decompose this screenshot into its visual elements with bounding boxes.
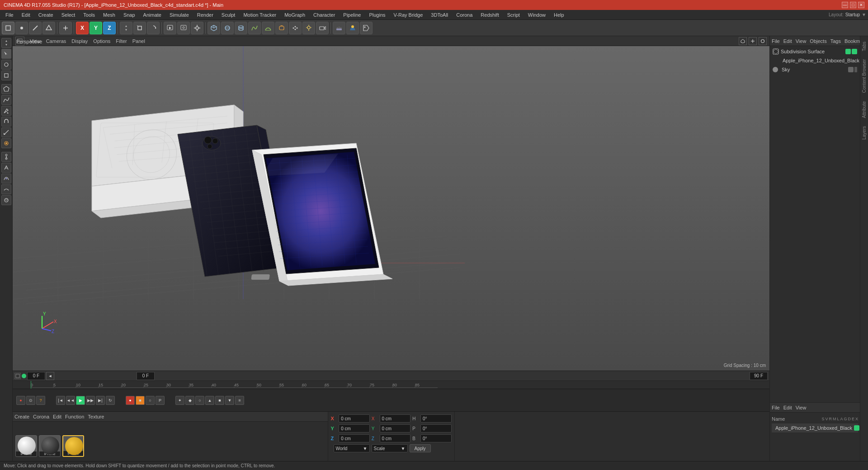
obj-menu-tags[interactable]: Tags — [830, 38, 841, 44]
menu-window[interactable]: Window — [524, 11, 549, 19]
toolbar-scale[interactable] — [133, 22, 146, 34]
obj-menu-file[interactable]: File — [772, 38, 780, 44]
end-frame-display[interactable]: 90 F — [750, 372, 768, 380]
vp-menu-filter[interactable]: Filter — [116, 38, 127, 44]
toolbar-deformer[interactable] — [275, 22, 288, 34]
vp-control-move[interactable] — [749, 37, 757, 45]
coord-system-dropdown[interactable]: World ▼ — [334, 444, 370, 452]
transport-key3[interactable]: ○ — [195, 396, 204, 405]
transport-key4[interactable]: ▲ — [205, 396, 214, 405]
toolbar-edge-mode[interactable] — [29, 22, 42, 34]
current-frame-input[interactable]: 0 F — [27, 372, 45, 380]
menu-select[interactable]: Select — [58, 11, 79, 19]
menu-character[interactable]: Character — [310, 11, 339, 19]
tab-content-browser[interactable]: Content Browser — [861, 56, 868, 96]
toolbar-floor[interactable] — [333, 22, 345, 34]
coord-y-pos[interactable]: 0 cm — [339, 424, 370, 432]
material-iphone-yellow[interactable]: iPhone — [62, 435, 84, 457]
tab-layers[interactable]: Layers — [861, 122, 868, 143]
menu-animate[interactable]: Animate — [140, 11, 165, 19]
toolbar-y-axis[interactable]: Y — [90, 22, 102, 34]
tool-ik[interactable] — [1, 163, 11, 173]
toolbar-polygon-mode[interactable] — [42, 22, 55, 34]
transport-key6[interactable]: ▼ — [225, 396, 234, 405]
mat-menu-edit[interactable]: Edit — [53, 414, 61, 419]
menu-motion-tracker[interactable]: Motion Tracker — [240, 11, 280, 19]
obj-sky-dots[interactable] — [854, 67, 857, 72]
menu-edit[interactable]: Edit — [18, 11, 34, 19]
coord-p-val[interactable]: 0° — [420, 424, 452, 432]
layout-dropdown[interactable]: ▼ — [862, 12, 866, 17]
obj-menu-bookmarks[interactable]: Bookmarks — [844, 38, 860, 44]
toolbar-x-axis[interactable]: X — [76, 22, 89, 34]
tab-attribute[interactable]: Attribute — [861, 98, 868, 122]
tool-magnet[interactable] — [1, 117, 11, 127]
obj-sky-visible[interactable] — [848, 67, 854, 72]
menu-sculpt[interactable]: Sculpt — [218, 11, 239, 19]
coord-x-size[interactable]: 0 cm — [380, 414, 411, 423]
toolbar-point-mode[interactable] — [15, 22, 28, 34]
transport-play[interactable]: ▶ — [76, 396, 85, 405]
toolbar-render-settings[interactable] — [191, 22, 203, 34]
coord-h-val[interactable]: 0° — [420, 414, 452, 423]
tool-spline[interactable] — [1, 95, 11, 105]
scene-viewport[interactable]: X Y Z — [13, 46, 769, 371]
transport-loop[interactable]: ↻ — [106, 396, 115, 405]
tool-ironfalloff[interactable] — [1, 138, 11, 148]
menu-vray[interactable]: V-Ray Bridge — [390, 11, 427, 19]
transport-record[interactable]: ● — [16, 396, 25, 405]
attr-menu-view[interactable]: View — [796, 405, 807, 410]
coord-scale-dropdown[interactable]: Scale ▼ — [372, 444, 408, 452]
vp-menu-display[interactable]: Display — [71, 38, 88, 44]
transport-key2[interactable]: ◆ — [185, 396, 194, 405]
vp-menu-cameras[interactable]: Cameras — [46, 38, 66, 44]
menu-script[interactable]: Script — [504, 11, 524, 19]
toolbar-spline[interactable] — [248, 22, 261, 34]
tab-tabs[interactable]: Tabs — [861, 38, 868, 55]
obj-subdivision-surface[interactable]: Subdivision Surface — [771, 47, 859, 56]
toolbar-sphere[interactable] — [221, 22, 234, 34]
tool-joint[interactable] — [1, 152, 11, 162]
menu-mesh[interactable]: Mesh — [99, 11, 119, 19]
toolbar-render-to-picture[interactable] — [177, 22, 190, 34]
menu-create[interactable]: Create — [35, 11, 57, 19]
tool-move[interactable] — [1, 38, 11, 48]
toolbar-cube[interactable] — [208, 22, 220, 34]
obj-subdiv-render[interactable] — [852, 49, 857, 54]
transport-prev-frame[interactable]: ◄◄ — [66, 396, 75, 405]
menu-file[interactable]: File — [2, 11, 17, 19]
menu-pipeline[interactable]: Pipeline — [340, 11, 364, 19]
tool-sculpt-inflate[interactable] — [1, 195, 11, 205]
menu-plugins[interactable]: Plugins — [365, 11, 389, 19]
toolbar-move[interactable] — [120, 22, 132, 34]
frame-input2[interactable]: 0 F — [137, 372, 155, 380]
toolbar-new[interactable] — [59, 22, 72, 34]
toolbar-cylinder[interactable] — [235, 22, 247, 34]
obj-menu-edit[interactable]: Edit — [783, 38, 792, 44]
frame-step-btn[interactable]: ◄ — [46, 372, 54, 380]
toolbar-material-tag[interactable] — [360, 22, 373, 34]
restore-button[interactable]: □ — [850, 2, 856, 8]
material-iphone-white[interactable]: iPhone — [15, 435, 37, 457]
close-button[interactable]: ✕ — [858, 2, 864, 8]
menu-tools[interactable]: Tools — [80, 11, 99, 19]
coord-z-pos[interactable]: 0 cm — [339, 434, 370, 442]
tool-selection[interactable] — [1, 49, 11, 59]
transport-goto-start[interactable]: |◄ — [56, 396, 65, 405]
mat-menu-texture[interactable]: Texture — [88, 414, 104, 419]
tool-paint[interactable] — [1, 106, 11, 116]
tool-polygon[interactable] — [1, 84, 11, 94]
tool-sculpt-smooth[interactable] — [1, 184, 11, 194]
toolbar-z-axis[interactable]: Z — [103, 22, 116, 34]
vp-menu-view[interactable]: View — [30, 38, 41, 44]
vp-menu-panel[interactable]: Panel — [132, 38, 145, 44]
obj-iphone[interactable]: Apple_iPhone_12_Unboxed_Black — [771, 56, 859, 65]
obj-sky[interactable]: Sky — [771, 65, 859, 74]
toolbar-camera[interactable] — [316, 22, 329, 34]
transport-key[interactable]: ✦ — [175, 396, 184, 405]
vp-control-perspective[interactable] — [739, 37, 747, 45]
viewport[interactable]: View Cameras Display Options Filter Pane… — [13, 36, 769, 371]
tool-knife[interactable] — [1, 127, 11, 137]
transport-mode3[interactable]: ○ — [146, 396, 155, 405]
menu-render[interactable]: Render — [193, 11, 217, 19]
